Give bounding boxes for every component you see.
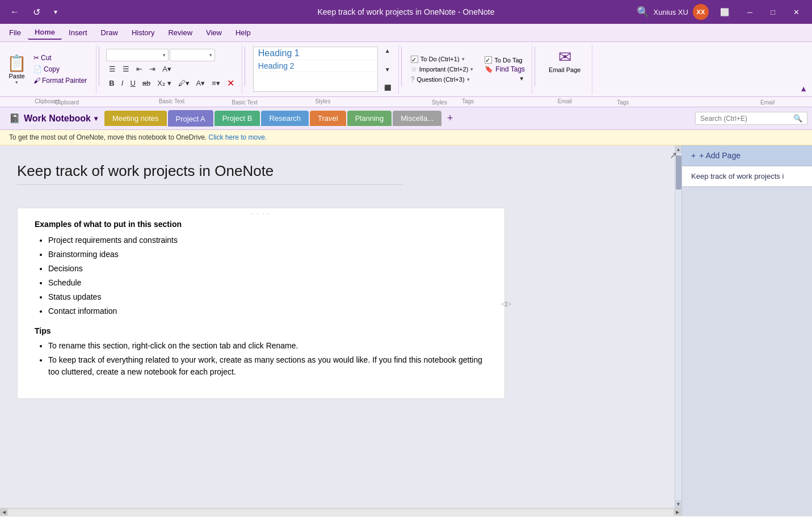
email-label: Email: [558, 98, 572, 104]
user-avatar[interactable]: XX: [693, 4, 709, 20]
copy-button[interactable]: 📄 Copy: [31, 64, 89, 74]
add-page-icon: +: [691, 151, 696, 160]
scroll-horizontal-track[interactable]: [8, 510, 674, 515]
scroll-thumb[interactable]: [676, 155, 681, 190]
clear-formatting-button[interactable]: ✕: [224, 77, 237, 90]
separator-1: [99, 47, 99, 86]
text-style-dropdown[interactable]: A▾: [159, 64, 174, 74]
tip-item-0: To rename this section, right-click on t…: [48, 340, 487, 352]
close-button[interactable]: ✕: [786, 0, 806, 24]
maximize-button[interactable]: □: [764, 0, 782, 24]
italic-button[interactable]: I: [119, 78, 127, 89]
clipboard-bottom-label: Clipboard: [0, 99, 133, 107]
bullet-list-main: Project requirements and constraints Bra…: [35, 234, 487, 317]
tab-travel[interactable]: Travel: [310, 111, 346, 126]
ribbon-collapse-button[interactable]: ▲: [795, 83, 812, 94]
menu-help[interactable]: Help: [229, 26, 258, 39]
style-heading1[interactable]: Heading 1: [254, 47, 377, 60]
font-name-dropdown[interactable]: ▾: [106, 49, 169, 61]
scroll-down-arrow[interactable]: ▼: [675, 500, 682, 508]
styles-label: Styles: [315, 98, 330, 104]
subscript-button[interactable]: X₂ ▾: [154, 78, 174, 89]
tags-label: Tags: [462, 98, 474, 104]
tag-todo[interactable]: ✓ To Do (Ctrl+1) ▾: [409, 55, 476, 64]
menu-review[interactable]: Review: [161, 26, 199, 39]
tab-research[interactable]: Research: [261, 111, 309, 126]
menu-home[interactable]: Home: [28, 26, 62, 40]
quick-access-dropdown[interactable]: ▾: [49, 6, 62, 18]
list-number-button[interactable]: ☰: [120, 64, 132, 74]
minimize-button[interactable]: ─: [741, 0, 759, 24]
title-bar-right: 🔍 Xunius XU XX ⬜ ─ □ ✕: [637, 0, 807, 24]
section-tabs: Meeting notes Project A Project B Resear…: [104, 110, 458, 127]
font-name-arrow: ▾: [163, 52, 166, 58]
list-item-4: Status updates: [48, 291, 487, 303]
add-section-button[interactable]: +: [443, 110, 458, 127]
notebook-dropdown-arrow: ▾: [94, 115, 98, 123]
scroll-left-arrow[interactable]: ◀: [0, 508, 8, 516]
todo-arrow: ▾: [462, 56, 465, 62]
decrease-indent-button[interactable]: ⇤: [133, 64, 145, 74]
ribbon-toggle-button[interactable]: ⬜: [713, 0, 736, 24]
search-input[interactable]: [700, 115, 791, 123]
search-button[interactable]: 🔍: [637, 6, 649, 18]
list-bullet-button[interactable]: ☰: [106, 64, 119, 74]
undo-button[interactable]: ↺: [28, 5, 45, 20]
styles-panel: Heading 1 Heading 2: [253, 47, 378, 92]
notebook-search-box[interactable]: 🔍: [695, 112, 807, 125]
tag-question[interactable]: ? Question (Ctrl+3) ▾: [409, 75, 476, 84]
separator-2: [245, 47, 245, 86]
table-side-handle[interactable]: ◁▷: [501, 300, 511, 308]
strikethrough-button[interactable]: ab: [140, 78, 153, 89]
increase-indent-button[interactable]: ⇥: [146, 64, 158, 74]
tab-meeting-notes[interactable]: Meeting notes: [104, 111, 167, 126]
format-painter-button[interactable]: 🖌 Format Painter: [31, 75, 89, 86]
tab-planning[interactable]: Planning: [347, 111, 392, 126]
expand-button[interactable]: ↗: [670, 150, 675, 161]
page-list-item-0[interactable]: Keep track of work projects i: [682, 166, 812, 187]
back-button[interactable]: ←: [6, 5, 24, 19]
scroll-right-arrow[interactable]: ▶: [674, 508, 681, 516]
todo-tag-check[interactable]: ✓ To Do Tag: [482, 56, 527, 64]
add-page-button[interactable]: + + Add Page: [682, 145, 812, 166]
style-heading2[interactable]: Heading 2: [254, 60, 377, 72]
menu-history[interactable]: History: [125, 26, 161, 39]
notebook-name[interactable]: 📓 Work Notebook ▾: [5, 111, 102, 126]
tab-miscellaneous[interactable]: Miscella...: [393, 111, 441, 126]
table-resize-handle[interactable]: · · · ·: [251, 211, 270, 217]
page-title-area: Keep track of work projects in OneNote: [17, 157, 658, 196]
email-page-button[interactable]: ✉ Email Page: [542, 45, 587, 75]
move-to-onedrive-link[interactable]: Click here to move.: [209, 133, 267, 141]
ribbon-group-basic-text: ▾ ▾ ☰ ☰ ⇤ ⇥ A▾ B I U ab X₂ ▾: [102, 44, 242, 94]
paragraph-align-button[interactable]: ≡▾: [209, 78, 223, 89]
menu-insert[interactable]: Insert: [62, 26, 94, 39]
font-color-button[interactable]: A▾: [193, 78, 208, 89]
find-tags-button[interactable]: 🔖 Find Tags: [482, 64, 527, 74]
font-size-dropdown[interactable]: ▾: [170, 49, 215, 61]
bold-button[interactable]: B: [106, 78, 117, 89]
tip-item-1: To keep track of everything related to y…: [48, 354, 487, 378]
tab-project-b[interactable]: Project B: [214, 111, 260, 126]
copy-icon: 📄: [33, 65, 42, 73]
find-tags-icon: 🔖: [485, 65, 493, 73]
todo-tag-row: ✓ To Do Tag: [482, 56, 527, 64]
styles-scroll-up[interactable]: ▲: [381, 47, 394, 55]
styles-content: Heading 1 Heading 2 ▲ ▼ ⬛: [252, 45, 394, 93]
ribbon-group-styles: Heading 1 Heading 2 ▲ ▼ ⬛ Styles: [247, 44, 399, 94]
cut-button[interactable]: ✂ Cut: [31, 53, 89, 63]
page-list: Keep track of work projects i: [682, 166, 812, 516]
tag-important[interactable]: ☆ Important (Ctrl+2) ▾: [409, 65, 476, 74]
paste-button[interactable]: 📋 Paste ▾: [5, 52, 29, 87]
menu-draw[interactable]: Draw: [94, 26, 125, 39]
main-area: ↗ Keep track of work projects in OneNote…: [0, 145, 812, 516]
highlight-button[interactable]: 🖊▾: [175, 78, 192, 89]
tags-expand-button[interactable]: ▼: [516, 74, 527, 83]
styles-expand[interactable]: ⬛: [381, 83, 394, 92]
menu-view[interactable]: View: [199, 26, 229, 39]
underline-button[interactable]: U: [127, 78, 138, 89]
page-scroll-wrapper: ↗ Keep track of work projects in OneNote…: [0, 145, 681, 508]
page-scroll-area[interactable]: ↗ Keep track of work projects in OneNote…: [0, 145, 675, 508]
tab-project-a[interactable]: Project A: [168, 110, 213, 127]
menu-file[interactable]: File: [2, 26, 28, 39]
styles-scroll-down[interactable]: ▼: [381, 65, 394, 74]
